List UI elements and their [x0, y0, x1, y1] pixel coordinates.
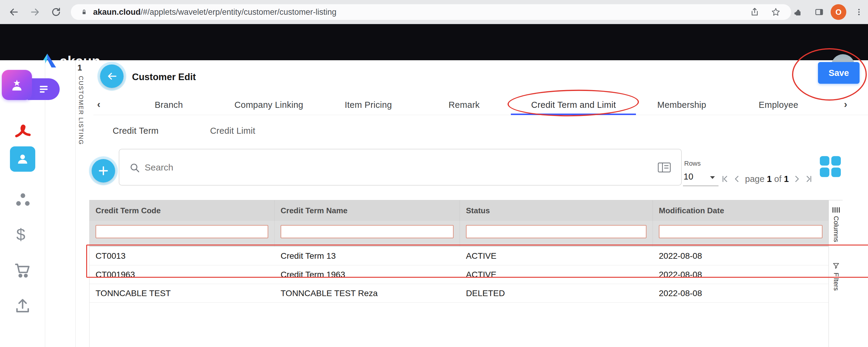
sidebar-item-cluster[interactable] — [15, 192, 31, 208]
page-word: page — [745, 174, 765, 184]
sidebar-item-upload[interactable] — [14, 297, 31, 314]
panel-strip-label: CUSTOMER LISTING — [78, 76, 84, 145]
browser-back-icon[interactable] — [7, 5, 21, 19]
cell-date: 2022-08-08 — [653, 247, 829, 265]
cell-status: DELETED — [460, 284, 653, 303]
url-path: /#/applets/wavelet/erp/entity/customer/c… — [141, 7, 337, 17]
page-total: 1 — [784, 174, 789, 184]
rows-select[interactable]: 10 — [683, 170, 719, 186]
subtab-credit-term[interactable]: Credit Term — [113, 126, 159, 136]
page-indicator: page 1 of 1 — [745, 174, 789, 184]
cell-status: ACTIVE — [460, 265, 653, 284]
table-row[interactable]: TONNCABLE TEST TONNCABLE TEST Reza DELET… — [90, 284, 829, 303]
of-word: of — [774, 174, 781, 184]
url-bar[interactable]: akaun.cloud/#/applets/wavelet/erp/entity… — [71, 4, 791, 20]
caret-down-icon — [710, 175, 715, 180]
columns-icon[interactable] — [832, 206, 840, 214]
rows-underline — [683, 186, 718, 186]
rows-value: 10 — [684, 172, 693, 182]
cell-code: CT001963 — [90, 265, 275, 284]
sidebar-item-customer[interactable] — [10, 147, 35, 172]
app-logo[interactable]: akaun — [38, 54, 100, 68]
cell-code: TONNCABLE TEST — [90, 284, 275, 303]
more-menu-icon[interactable] — [852, 5, 866, 19]
browser-forward-icon[interactable] — [28, 5, 41, 19]
card-icon[interactable] — [658, 162, 671, 173]
panel-strip-index: 1 — [78, 63, 82, 72]
panel-strip[interactable]: 1 CUSTOMER LISTING — [75, 60, 90, 347]
grid-icon[interactable] — [819, 155, 841, 178]
cell-date: 2022-08-08 — [653, 265, 829, 284]
browser-avatar[interactable]: O — [831, 4, 846, 20]
lock-icon — [81, 8, 88, 15]
extensions-icon[interactable] — [791, 5, 804, 19]
tab-company-linking[interactable]: Company Linking — [235, 100, 304, 110]
filter-icon[interactable] — [832, 262, 840, 270]
sidebar: $ — [0, 60, 45, 347]
prev-page-icon[interactable] — [732, 174, 742, 184]
filters-toggle[interactable]: Filters — [832, 273, 840, 291]
filter-modification-date[interactable] — [659, 225, 823, 238]
add-button[interactable] — [92, 159, 115, 183]
col-header-status: Status — [460, 200, 653, 221]
side-panel-icon[interactable] — [812, 5, 826, 19]
col-header-modification-date: Modification Date — [653, 200, 829, 221]
table-side-strip: Columns Filters — [829, 200, 843, 347]
cell-name: Credit Term 13 — [275, 247, 460, 265]
col-header-credit-term-code: Credit Term Code — [90, 200, 275, 221]
browser-reload-icon[interactable] — [50, 5, 63, 19]
search-input[interactable] — [145, 158, 639, 177]
save-button[interactable]: Save — [818, 62, 860, 84]
browser-avatar-letter: O — [835, 7, 841, 17]
tab-remark[interactable]: Remark — [448, 100, 479, 110]
first-page-icon[interactable] — [720, 174, 730, 184]
table-row[interactable]: CT001963 Credit Term 1963 ACTIVE 2022-08… — [90, 265, 829, 284]
tab-row-divider — [93, 115, 868, 115]
sidebar-item-cart[interactable] — [13, 261, 31, 279]
pdf-icon[interactable] — [13, 121, 32, 139]
last-page-icon[interactable] — [804, 174, 814, 184]
table-row[interactable]: CT0013 Credit Term 13 ACTIVE 2022-08-08 — [90, 247, 829, 265]
back-arrow-icon — [106, 70, 118, 82]
col-header-credit-term-name: Credit Term Name — [275, 200, 460, 221]
table-filter-row — [90, 221, 829, 247]
next-page-icon[interactable] — [792, 174, 802, 184]
tab-employee[interactable]: Employee — [758, 100, 798, 110]
browser-chrome: akaun.cloud/#/applets/wavelet/erp/entity… — [0, 0, 868, 24]
credit-term-table: Credit Term Code Credit Term Name Status… — [89, 200, 843, 347]
tab-branch[interactable]: Branch — [155, 100, 183, 110]
back-button[interactable] — [100, 64, 124, 88]
columns-toggle[interactable]: Columns — [832, 216, 840, 242]
subtab-credit-limit[interactable]: Credit Limit — [210, 126, 255, 136]
filter-status[interactable] — [466, 225, 647, 238]
tabs-right-chevron[interactable]: › — [844, 98, 847, 110]
share-icon[interactable] — [748, 5, 761, 19]
filter-credit-term-code[interactable] — [96, 225, 268, 238]
pagination: page 1 of 1 — [720, 173, 814, 185]
cell-name: Credit Term 1963 — [275, 265, 460, 284]
applet-menu-icon — [38, 85, 49, 94]
app-header: akaun — [0, 24, 868, 60]
star-icon[interactable] — [769, 5, 782, 19]
sidebar-item-finance[interactable]: $ — [16, 225, 25, 243]
applet-menu-pill[interactable] — [28, 78, 60, 100]
save-button-label: Save — [829, 68, 849, 78]
search-icon — [130, 163, 140, 173]
url-domain: akaun.cloud — [93, 7, 141, 17]
tab-membership[interactable]: Membership — [657, 100, 707, 110]
applet-tile[interactable] — [2, 70, 32, 100]
person-icon — [16, 152, 30, 166]
applet-star-icon — [9, 77, 25, 93]
cell-code: CT0013 — [90, 247, 275, 265]
tab-item-pricing[interactable]: Item Pricing — [345, 100, 392, 110]
cell-status: ACTIVE — [460, 247, 653, 265]
plus-icon — [97, 165, 110, 177]
table-header-row: Credit Term Code Credit Term Name Status… — [90, 200, 829, 221]
page-title: Customer Edit — [132, 72, 196, 83]
tab-credit-term-and-limit[interactable]: Credit Term and Limit — [531, 100, 616, 110]
filter-credit-term-name[interactable] — [281, 225, 454, 238]
search-box — [119, 149, 682, 186]
tabs-left-chevron[interactable]: ‹ — [97, 98, 100, 110]
active-tab-underline — [511, 114, 636, 115]
applet-badge[interactable] — [0, 69, 60, 102]
